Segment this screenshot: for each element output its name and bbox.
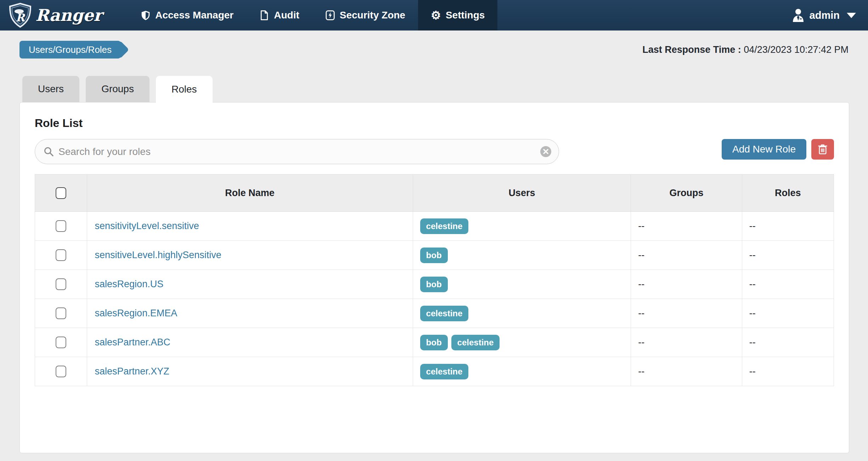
table-row: salesPartner.ABC bobcelestine -- -- (35, 328, 834, 357)
role-users-cell: celestine (413, 212, 631, 241)
user-badge: celestine (420, 364, 469, 379)
gear-icon: ⚙ (431, 10, 441, 21)
user-icon (792, 9, 805, 22)
user-name: admin (810, 10, 840, 21)
role-roles-cell: -- (742, 270, 834, 299)
last-response-time-value: 04/23/2023 10:27:42 PM (744, 44, 849, 55)
row-checkbox-cell (35, 328, 87, 357)
ranger-logo[interactable]: R Ranger (0, 0, 114, 30)
role-roles-cell: -- (742, 212, 834, 241)
nav-label: Audit (274, 10, 299, 21)
page-title: Role List (35, 117, 834, 130)
role-roles-cell: -- (742, 241, 834, 270)
row-checkbox[interactable] (56, 366, 66, 377)
roles-table: Role Name Users Groups Roles sensitivity… (35, 174, 834, 386)
nav-item-audit[interactable]: Audit (246, 0, 312, 30)
brand-name: Ranger (35, 6, 102, 25)
tab-users[interactable]: Users (22, 76, 79, 102)
user-badge: bob (420, 277, 448, 292)
user-badge: bob (420, 248, 448, 263)
table-row: sensitivityLevel.sensitive celestine -- … (35, 212, 834, 241)
role-groups-cell: -- (631, 299, 742, 328)
select-all-checkbox[interactable] (56, 187, 66, 199)
row-checkbox-cell (35, 212, 87, 241)
role-users-cell: bobcelestine (413, 328, 631, 357)
role-name-link[interactable]: salesPartner.XYZ (95, 366, 169, 377)
row-checkbox[interactable] (56, 249, 66, 261)
user-badge: celestine (420, 218, 469, 234)
role-roles-cell: -- (742, 299, 834, 328)
role-groups-cell: -- (631, 212, 742, 241)
role-roles-cell: -- (742, 328, 834, 357)
page-topbar: Users/Groups/Roles Last Response Time : … (0, 30, 868, 60)
role-name-link[interactable]: salesRegion.EMEA (95, 308, 177, 318)
role-users-cell: celestine (413, 357, 631, 386)
role-users-cell: bob (413, 270, 631, 299)
user-badge: celestine (451, 335, 500, 350)
user-menu[interactable]: admin (792, 0, 856, 30)
role-users-cell: bob (413, 241, 631, 270)
breadcrumb[interactable]: Users/Groups/Roles (19, 41, 121, 59)
role-groups-cell: -- (631, 357, 742, 386)
document-icon (259, 10, 270, 21)
chevron-down-icon (847, 13, 856, 18)
table-row: salesPartner.XYZ celestine -- -- (35, 357, 834, 386)
table-row: salesRegion.EMEA celestine -- -- (35, 299, 834, 328)
row-checkbox[interactable] (56, 220, 66, 232)
select-all-header (35, 174, 87, 212)
row-checkbox-cell (35, 299, 87, 328)
header-role-name: Role Name (87, 174, 413, 212)
tab-groups[interactable]: Groups (86, 76, 150, 102)
role-name-link[interactable]: sensitiveLevel.highlySensitive (95, 250, 221, 260)
nav-label: Access Manager (155, 10, 233, 21)
row-checkbox[interactable] (56, 278, 66, 290)
role-name-cell: salesPartner.XYZ (87, 357, 413, 386)
bolt-icon (325, 10, 336, 21)
tab-bar: Users Groups Roles (22, 76, 868, 102)
nav-label: Settings (446, 10, 485, 21)
nav-menu: Access Manager Audit Security Zone ⚙ Set… (128, 0, 497, 30)
table-row: sensitiveLevel.highlySensitive bob -- -- (35, 241, 834, 270)
roles-panel: Role List ✕ Add New Role (19, 102, 849, 453)
add-new-role-button[interactable]: Add New Role (722, 139, 806, 160)
role-groups-cell: -- (631, 270, 742, 299)
header-roles: Roles (742, 174, 834, 212)
header-users: Users (413, 174, 631, 212)
search-input[interactable] (35, 139, 559, 164)
top-navbar: R Ranger Access Manager Audit Security Z… (0, 0, 868, 30)
clear-search-icon[interactable]: ✕ (540, 146, 551, 157)
role-users-cell: celestine (413, 299, 631, 328)
nav-item-settings[interactable]: ⚙ Settings (418, 0, 497, 30)
roles-toolbar: ✕ Add New Role (35, 139, 834, 164)
tab-roles[interactable]: Roles (156, 76, 213, 102)
role-name-cell: salesRegion.EMEA (87, 299, 413, 328)
role-name-link[interactable]: salesPartner.ABC (95, 337, 170, 348)
shield-icon (140, 10, 151, 21)
user-badge: celestine (420, 306, 469, 321)
role-name-cell: sensitivityLevel.sensitive (87, 212, 413, 241)
role-name-cell: salesRegion.US (87, 270, 413, 299)
nav-label: Security Zone (340, 10, 405, 21)
user-badge: bob (420, 335, 448, 350)
row-checkbox[interactable] (56, 337, 66, 348)
trash-icon (818, 144, 828, 155)
last-response-time: Last Response Time : 04/23/2023 10:27:42… (642, 44, 849, 55)
table-row: salesRegion.US bob -- -- (35, 270, 834, 299)
row-checkbox-cell (35, 241, 87, 270)
nav-item-security-zone[interactable]: Security Zone (312, 0, 418, 30)
role-name-link[interactable]: sensitivityLevel.sensitive (95, 221, 199, 231)
header-groups: Groups (631, 174, 742, 212)
delete-roles-button[interactable] (811, 139, 834, 160)
table-header-row: Role Name Users Groups Roles (35, 174, 834, 212)
role-name-link[interactable]: salesRegion.US (95, 279, 164, 289)
row-checkbox-cell (35, 357, 87, 386)
nav-item-access-manager[interactable]: Access Manager (128, 0, 246, 30)
role-roles-cell: -- (742, 357, 834, 386)
row-checkbox[interactable] (56, 307, 66, 319)
ranger-shield-icon: R (9, 3, 32, 28)
search-icon (43, 146, 54, 157)
role-name-cell: salesPartner.ABC (87, 328, 413, 357)
svg-text:R: R (16, 11, 26, 24)
role-name-cell: sensitiveLevel.highlySensitive (87, 241, 413, 270)
row-checkbox-cell (35, 270, 87, 299)
